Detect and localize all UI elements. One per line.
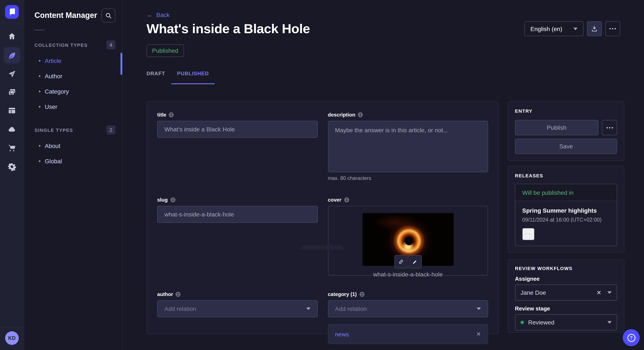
chevron-down-icon: [306, 308, 310, 310]
cover-image-black-hole: [362, 213, 454, 266]
slug-input[interactable]: what-s-inside-a-black-hole: [157, 206, 318, 223]
more-actions-button[interactable]: [605, 21, 620, 36]
locale-select-value: English (en): [530, 25, 562, 32]
tab-published[interactable]: PUBLISHED: [171, 67, 215, 84]
page-title: What's inside a Black Hole: [146, 21, 310, 37]
search-icon: [105, 12, 112, 19]
active-item-indicator: [120, 53, 122, 75]
collection-types-list: Article Author Category User: [24, 53, 122, 114]
entry-panel: ENTRY Publish Save: [508, 101, 624, 161]
strapi-admin: KD Content Manager COLLECTION TYPES 4 Ar…: [0, 0, 644, 350]
category-field-label: category (1): [328, 291, 357, 297]
media-library-icon[interactable]: [0, 88, 24, 97]
search-button[interactable]: [101, 8, 116, 22]
strapi-logo[interactable]: [5, 5, 19, 19]
header-actions: English (en): [524, 21, 620, 36]
relation-link-news[interactable]: news: [335, 331, 349, 338]
question-mark-icon: ?: [627, 334, 635, 342]
link-icon: [398, 259, 404, 265]
main-nav-rail: KD: [0, 0, 24, 350]
review-workflows-panel: REVIEW WORKFLOWS Assignee Jane Doe ✕ Rev…: [508, 259, 624, 333]
entry-more-button[interactable]: [602, 120, 617, 135]
tab-draft[interactable]: DRAFT: [146, 67, 165, 84]
subnav-title: Content Manager: [34, 11, 97, 20]
globe-icon: [169, 112, 174, 117]
bullet-icon: [39, 106, 40, 108]
single-types-header: SINGLE TYPES: [34, 127, 73, 133]
author-placeholder: Add relation: [164, 305, 196, 312]
cover-filename: what-s-inside-a-black-hole: [328, 271, 488, 278]
copy-link-button[interactable]: [394, 255, 408, 268]
author-field-label: author: [157, 291, 173, 297]
review-stage-value: Reviewed: [528, 319, 554, 326]
content-manager-feather-icon[interactable]: [0, 51, 24, 60]
description-textarea[interactable]: Maybe the answer is in this article, or …: [328, 121, 488, 172]
stage-status-dot: [520, 321, 524, 324]
description-field-label: description: [328, 112, 355, 118]
ellipsis-icon: [606, 127, 613, 128]
sidebar-item-label: Author: [45, 73, 62, 80]
cover-field-label: cover: [328, 197, 342, 203]
collection-types-count: 4: [106, 40, 116, 49]
entry-form-card: title What's inside a Black Hole descrip…: [146, 101, 499, 334]
single-types-count: 2: [106, 126, 116, 134]
sidebar-item-label: About: [45, 143, 60, 149]
title-input[interactable]: What's inside a Black Hole: [157, 121, 318, 138]
assignee-combobox[interactable]: Jane Doe ✕: [515, 285, 617, 301]
clear-assignee-icon[interactable]: ✕: [596, 289, 602, 296]
download-icon: [591, 25, 598, 32]
subnav-divider: [34, 30, 45, 30]
ellipsis-icon: [610, 28, 616, 29]
locale-select[interactable]: English (en): [524, 21, 584, 36]
globe-icon: [170, 197, 175, 202]
status-badge: Published: [146, 44, 184, 57]
release-card: Will be published in Spring Summer highl…: [515, 184, 617, 246]
rail-divider-top: [0, 24, 24, 24]
review-stage-label: Review stage: [515, 305, 617, 312]
category-placeholder: Add relation: [335, 305, 367, 312]
globe-icon: [359, 292, 364, 297]
review-stage-combobox[interactable]: Reviewed: [515, 314, 617, 331]
home-icon[interactable]: [0, 32, 24, 40]
globe-icon: [358, 112, 363, 117]
category-relation-select[interactable]: Add relation: [328, 300, 488, 317]
description-hint: max. 80 characters: [328, 175, 488, 181]
export-download-button[interactable]: [587, 21, 602, 36]
review-panel-heading: REVIEW WORKFLOWS: [515, 266, 617, 271]
cover-media-card: what-s-inside-a-black-hole: [328, 206, 488, 276]
marketplace-cart-icon[interactable]: [0, 144, 24, 152]
publish-button[interactable]: Publish: [515, 120, 598, 135]
sidebar-item-about[interactable]: About: [24, 138, 122, 154]
edit-media-button[interactable]: [408, 255, 422, 268]
sidebar-item-author[interactable]: Author: [24, 68, 122, 84]
assignee-value: Jane Doe: [520, 289, 546, 296]
send-plane-icon[interactable]: [0, 70, 24, 78]
edit-view: ← Back What's inside a Black Hole Publis…: [123, 0, 644, 350]
save-button[interactable]: Save: [515, 139, 617, 154]
entry-panel-heading: ENTRY: [515, 108, 617, 114]
settings-gear-icon[interactable]: [0, 163, 24, 171]
collection-types-header: COLLECTION TYPES: [34, 42, 88, 47]
user-avatar[interactable]: KD: [5, 331, 19, 345]
back-link[interactable]: ← Back: [146, 11, 170, 18]
author-relation-select[interactable]: Add relation: [157, 300, 318, 317]
help-button[interactable]: ?: [623, 329, 640, 346]
chevron-down-icon: [607, 291, 612, 294]
release-date: 09/11/2024 at 16:00 (UTC+02:00): [522, 217, 610, 223]
assignee-label: Assignee: [515, 276, 617, 282]
globe-icon: [344, 197, 349, 202]
remove-relation-icon[interactable]: ✕: [476, 331, 481, 337]
add-component-button-cut[interactable]: [300, 245, 344, 250]
back-arrow-icon: ←: [146, 11, 153, 18]
release-more-button[interactable]: [522, 228, 534, 240]
cloud-deploy-icon[interactable]: [0, 125, 24, 134]
chevron-down-icon: [607, 321, 612, 324]
sidebar-item-user[interactable]: User: [24, 99, 122, 114]
sidebar-item-category[interactable]: Category: [24, 84, 122, 99]
bullet-icon: [39, 75, 40, 77]
content-type-builder-icon[interactable]: [0, 106, 24, 115]
version-tabs: DRAFT PUBLISHED: [146, 67, 215, 84]
rail-divider-bottom: [0, 327, 24, 328]
sidebar-item-global[interactable]: Global: [24, 154, 122, 169]
sidebar-item-article[interactable]: Article: [24, 53, 122, 68]
